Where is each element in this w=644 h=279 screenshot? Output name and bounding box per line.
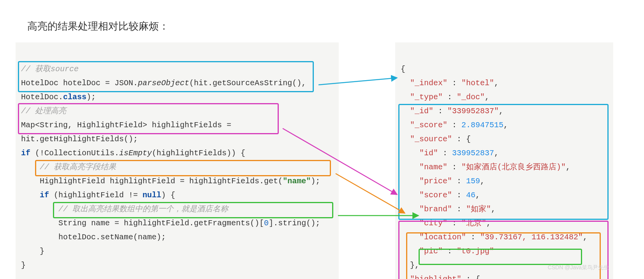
comment-2: // 处理高亮 [21, 107, 66, 116]
line-10c: null [143, 191, 161, 200]
line-10b: (highlightField != [49, 191, 143, 200]
code-container: // 获取source HotelDoc hotelDoc = JSON.par… [16, 42, 628, 279]
left-code-panel: // 获取source HotelDoc hotelDoc = JSON.par… [16, 42, 339, 279]
line-7d: (highlightFields)) { [152, 149, 245, 158]
k-score: "_score" [410, 121, 447, 130]
line-7b: (!CollectionUtils. [30, 149, 119, 158]
k-id: "_id" [410, 107, 433, 116]
k-source: "_source" [410, 135, 452, 144]
line-2c: (hit.getSourceAsString(), [189, 79, 306, 88]
k-sloc: "location" [419, 233, 466, 242]
v-spic: "t0.jpg" [457, 247, 494, 256]
k-scity: "city" [419, 219, 447, 228]
watermark-text: CSDN @Java菜鸟尹先生 [548, 264, 609, 271]
v-sbrand: "如家" [466, 205, 491, 214]
v-index: "hotel" [461, 79, 494, 88]
k-sprice: "price" [419, 177, 452, 186]
json-open: { [401, 65, 405, 74]
line-9a: HighlightField highlightField = highligh… [40, 177, 283, 186]
k-sname: "name" [419, 163, 447, 172]
line-3b: class [63, 93, 86, 102]
line-12b: 0 [264, 219, 269, 228]
right-json-panel: { "_index" : "hotel", "_type" : "_doc", … [395, 42, 613, 279]
line-15: } [21, 261, 26, 270]
json-src-close: }, [410, 261, 419, 270]
line-7c: isEmpty [119, 149, 152, 158]
k-highlight: "highlight" [410, 275, 461, 279]
v-sid: 339952837 [452, 149, 494, 158]
k-spic: "pic" [419, 247, 443, 256]
line-12c: ].string(); [269, 219, 320, 228]
k-index: "_index" [410, 79, 447, 88]
k-type: "_type" [410, 93, 443, 102]
line-10d: ) { [161, 191, 175, 200]
line-12a: String name = highlightField.getFragment… [58, 219, 264, 228]
v-sname: "如家酒店(北京良乡西路店)" [461, 163, 566, 172]
comment-1: // 获取source [21, 65, 79, 74]
box-green-right [419, 249, 582, 265]
k-sscore: "score" [419, 191, 452, 200]
page-title: 高亮的结果处理相对比较麻烦： [27, 19, 628, 33]
line-9b: "name" [283, 177, 311, 186]
line-3c: ); [86, 93, 96, 102]
v-sscore: 46 [466, 191, 475, 200]
k-sid: "id" [419, 149, 438, 158]
line-9c: ); [311, 177, 320, 186]
comment-4: // 取出高亮结果数组中的第一个，就是酒店名称 [58, 205, 228, 214]
line-5: Map<String, HighlightField> highlightFie… [21, 121, 231, 130]
line-10a: if [40, 191, 49, 200]
line-3a: HotelDoc. [21, 93, 63, 102]
v-sloc: "39.73167, 116.132482" [480, 233, 583, 242]
line-2b: parseObject [138, 79, 189, 88]
line-13: hotelDoc.setName(name); [58, 233, 166, 242]
line-7a: if [21, 149, 30, 158]
line-6: hit.getHighlightFields(); [21, 135, 138, 144]
line-2a: HotelDoc hotelDoc = JSON. [21, 79, 138, 88]
line-14: } [40, 247, 44, 256]
v-scity: "北京" [461, 219, 486, 228]
v-score: 2.8947515 [461, 121, 503, 130]
k-sbrand: "brand" [419, 205, 452, 214]
v-sprice: 159 [466, 177, 480, 186]
comment-3: // 获取高亮字段结果 [40, 163, 116, 172]
v-type: "_doc" [457, 93, 485, 102]
v-id: "339952837" [447, 107, 499, 116]
